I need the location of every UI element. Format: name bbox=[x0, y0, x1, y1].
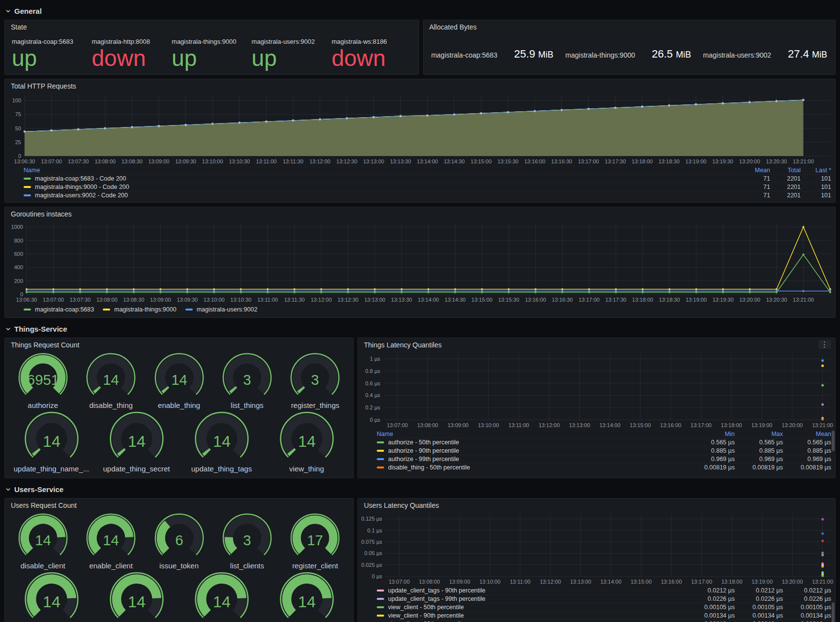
data-point bbox=[267, 288, 269, 290]
legend-row[interactable]: view_client - 90th percentile0.00134 µs0… bbox=[377, 611, 831, 620]
state-stat: magistrala-coap:5683up bbox=[12, 38, 92, 70]
goroutines-chart[interactable]: 13:06:3013:07:0013:07:3013:08:0013:08:30… bbox=[5, 220, 835, 304]
y-tick-label: 0.075 µs bbox=[361, 539, 383, 545]
legend-series-label: magistrala-coap:5683 bbox=[35, 306, 94, 313]
legend-series-label[interactable]: authorize - 50th percentile bbox=[388, 439, 687, 446]
legend-row[interactable]: update_client_tags - 90th percentile0.02… bbox=[377, 586, 831, 594]
legend-value: 0.0226 µs bbox=[735, 595, 783, 602]
legend-row[interactable]: magistrala-users:9002 - Code 20071220110… bbox=[24, 191, 831, 199]
data-point bbox=[749, 290, 751, 292]
legend-row[interactable]: authorize - 99th percentile0.969 µs0.969… bbox=[377, 455, 831, 463]
gauge-value: 14 bbox=[213, 433, 231, 450]
gauge: 14disable_client bbox=[9, 511, 77, 570]
legend-scrollbar[interactable] bbox=[832, 602, 835, 622]
x-tick-label: 13:09:30 bbox=[177, 297, 198, 303]
y-tick-label: 200 bbox=[14, 278, 23, 284]
data-point bbox=[535, 288, 537, 290]
x-tick-label: 13:10:30 bbox=[230, 297, 251, 303]
data-point bbox=[213, 290, 215, 292]
legend-row[interactable]: update_client_tags - 99th percentile0.02… bbox=[377, 594, 831, 603]
panel-menu-icon[interactable]: ⋮ bbox=[818, 340, 831, 349]
things-latency-chart[interactable]: 13:07:0013:08:0013:09:0013:10:0013:11:00… bbox=[358, 351, 835, 430]
panel-things-request-count: Things Request Count 6951authorize14disa… bbox=[4, 338, 354, 478]
legend-value: 0.885 µs bbox=[687, 447, 735, 454]
x-tick-label: 13:11:00 bbox=[257, 297, 278, 303]
allocated-stat: magistrala-coap:568325.9 MiB bbox=[431, 48, 554, 61]
legend-row[interactable]: authorize - 90th percentile0.885 µs0.885… bbox=[377, 446, 831, 455]
legend-row[interactable]: magistrala-things:9000 - Code 2007122011… bbox=[24, 183, 831, 191]
legend-row[interactable]: authorize - 50th percentile0.565 µs0.565… bbox=[377, 438, 831, 446]
x-tick-label: 13:11:30 bbox=[284, 297, 305, 303]
legend-col-header[interactable]: Last * bbox=[801, 167, 831, 174]
section-title: Things-Service bbox=[14, 325, 67, 333]
legend-row[interactable]: view_client - 50th percentile0.00105 µs0… bbox=[377, 603, 831, 611]
legend-series-label[interactable]: magistrala-things:9000 - Code 200 bbox=[35, 184, 740, 190]
legend-value: 0.00819 µs bbox=[735, 464, 783, 471]
legend-series-label[interactable]: update_client_tags - 99th percentile bbox=[388, 595, 687, 602]
legend-col-header[interactable]: Mean bbox=[740, 167, 770, 174]
data-point bbox=[821, 384, 824, 386]
chevron-down-icon bbox=[5, 326, 11, 332]
legend-col-header[interactable]: Min bbox=[687, 431, 735, 437]
legend-item[interactable]: magistrala-coap:5683 bbox=[24, 306, 94, 313]
legend-name-header[interactable]: Name bbox=[377, 431, 687, 437]
x-tick-label: 13:12:00 bbox=[539, 422, 560, 428]
state-stat-value: down bbox=[92, 46, 172, 70]
users-latency-chart[interactable]: 13:07:0013:08:0013:09:0013:10:0013:11:00… bbox=[358, 511, 835, 586]
x-tick-label: 13:07:30 bbox=[70, 297, 91, 303]
series-swatch-icon bbox=[24, 186, 31, 188]
panel-title[interactable]: Allocated Bytes bbox=[429, 23, 477, 31]
panel-title[interactable]: Users Latency Quantiles bbox=[364, 501, 439, 509]
legend-series-label[interactable]: magistrala-coap:5683 - Code 200 bbox=[35, 175, 740, 182]
panel-title[interactable]: Things Request Count bbox=[11, 341, 79, 349]
gauge-label: list_things bbox=[231, 401, 264, 409]
gauge-value: 6 bbox=[175, 532, 183, 548]
x-tick-label: 13:09:00 bbox=[448, 422, 469, 428]
legend-series-label[interactable]: view_client - 50th percentile bbox=[388, 604, 687, 611]
data-point bbox=[534, 110, 536, 112]
legend-series-label[interactable]: view_client - 90th percentile bbox=[388, 612, 687, 619]
panel-title[interactable]: Goroutines instaces bbox=[11, 210, 72, 218]
x-tick-label: 13:09:00 bbox=[149, 158, 170, 164]
legend-item[interactable]: magistrala-things:9000 bbox=[103, 306, 176, 313]
panel-title[interactable]: Users Request Count bbox=[11, 501, 77, 509]
legend-item[interactable]: magistrala-users:9002 bbox=[185, 306, 258, 313]
data-point bbox=[52, 290, 54, 292]
gauge-value-arc bbox=[164, 389, 166, 391]
x-tick-label: 13:12:30 bbox=[336, 158, 358, 164]
x-tick-label: 13:19:00 bbox=[751, 579, 773, 585]
section-header-general[interactable]: General bbox=[5, 4, 836, 18]
legend-series-label[interactable]: authorize - 99th percentile bbox=[388, 456, 687, 463]
legend-scrollbar[interactable] bbox=[832, 431, 835, 451]
legend-series-label[interactable]: magistrala-users:9002 - Code 200 bbox=[35, 192, 740, 199]
gauge-value-arc bbox=[161, 524, 167, 551]
legend-col-header[interactable]: Max bbox=[735, 431, 783, 437]
legend-row[interactable]: disable_thing - 50th percentile0.00819 µ… bbox=[377, 463, 831, 471]
y-tick-label: 0.8 µs bbox=[365, 368, 381, 374]
x-tick-label: 13:10:00 bbox=[202, 158, 223, 164]
panel-title[interactable]: State bbox=[11, 23, 27, 31]
legend-row[interactable]: magistrala-coap:5683 - Code 200712201101 bbox=[24, 174, 831, 183]
panel-title[interactable]: Things Latency Quantiles bbox=[364, 341, 442, 349]
legend-col-header[interactable]: Mean bbox=[783, 431, 831, 437]
section-header-things-service[interactable]: Things-Service bbox=[5, 322, 836, 336]
gauge-label: enable_client bbox=[89, 561, 132, 570]
panel-title[interactable]: Total HTTP Requests bbox=[11, 82, 76, 90]
legend-series-label[interactable]: disable_thing - 50th percentile bbox=[388, 464, 687, 471]
legend-col-header[interactable]: Total bbox=[770, 167, 801, 174]
x-tick-label: 13:13:30 bbox=[390, 158, 411, 164]
http-requests-chart[interactable]: 13:06:3013:07:0013:07:3013:08:0013:08:30… bbox=[5, 92, 835, 166]
legend-series-label[interactable]: update_client_tags - 90th percentile bbox=[388, 587, 687, 594]
legend-series-label[interactable]: authorize - 90th percentile bbox=[388, 447, 687, 454]
x-tick-label: 13:09:00 bbox=[150, 297, 171, 303]
data-point bbox=[401, 290, 403, 292]
gauge-label: disable_client bbox=[21, 561, 65, 570]
legend-row[interactable]: view_client - 99th percentile0.00212 µs0… bbox=[377, 620, 831, 622]
x-tick-label: 13:14:30 bbox=[445, 297, 466, 303]
chevron-down-icon bbox=[5, 487, 11, 492]
gauge-value: 14 bbox=[103, 532, 119, 548]
data-point bbox=[133, 288, 135, 290]
data-point bbox=[588, 288, 590, 290]
legend-name-header[interactable]: Name bbox=[24, 167, 740, 174]
section-header-users-service[interactable]: Users-Service bbox=[5, 482, 836, 496]
